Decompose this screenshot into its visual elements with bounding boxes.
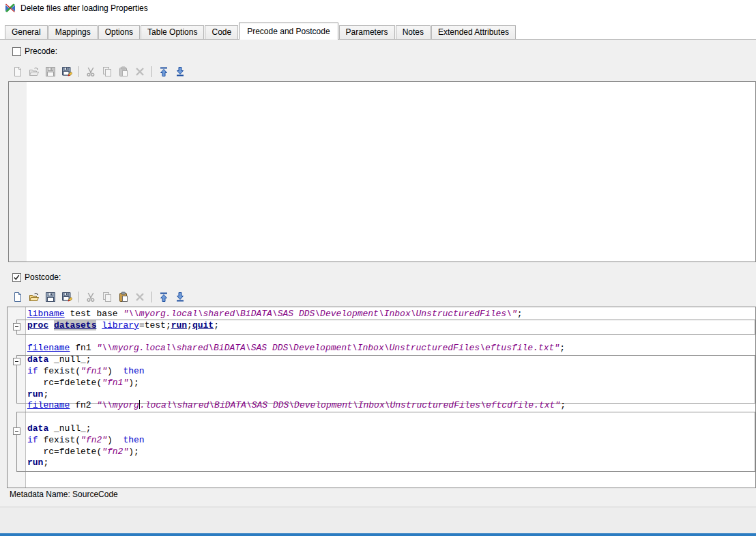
save-icon[interactable]	[44, 291, 57, 303]
cut-icon[interactable]	[85, 291, 97, 303]
tab-extended-attributes[interactable]: Extended Attributes	[431, 25, 516, 39]
tab-notes[interactable]: Notes	[396, 25, 431, 39]
paste-icon[interactable]	[117, 66, 130, 78]
code-line[interactable]: run;	[27, 457, 755, 469]
metadata-name-status: Metadata Name: SourceCode	[10, 490, 118, 499]
postcode-editor-gutter	[8, 307, 26, 488]
code-line[interactable]	[27, 332, 755, 343]
fold-toggle-icon[interactable]	[13, 427, 20, 435]
tab-strip: GeneralMappingsOptionsTable OptionsCodeP…	[5, 23, 517, 40]
postcode-editor[interactable]: libname test base "\\myorg.local\shared\…	[7, 307, 756, 488]
open-file-icon[interactable]	[28, 291, 40, 303]
tab-parameters[interactable]: Parameters	[339, 25, 395, 39]
tab-code[interactable]: Code	[205, 25, 238, 39]
window-titlebar: Delete files after loading Properties	[5, 3, 148, 14]
toolbar-separator	[78, 66, 79, 77]
postcode-label: Postcode:	[25, 272, 61, 282]
code-line[interactable]: rc=fdelete("fn1");	[27, 378, 755, 389]
code-line[interactable]	[27, 412, 755, 423]
fold-toggle-icon[interactable]	[13, 323, 20, 330]
open-file-icon[interactable]	[28, 66, 40, 78]
delete-icon[interactable]	[134, 66, 146, 78]
toolbar-separator	[78, 292, 79, 302]
code-line[interactable]: if fexist("fn2") then	[27, 435, 755, 447]
code-line[interactable]: run;	[27, 389, 755, 401]
precode-editor-gutter	[9, 82, 27, 262]
postcode-checkbox[interactable]	[12, 273, 21, 282]
window-bottom-border	[0, 533, 756, 536]
properties-window: { "window": { "title": "Delete files aft…	[0, 0, 756, 536]
toolbar-separator	[151, 66, 152, 77]
delete-icon[interactable]	[134, 291, 146, 303]
window-title: Delete files after loading Properties	[20, 3, 148, 13]
new-file-icon[interactable]	[12, 291, 24, 303]
precode-toolbar	[10, 64, 188, 79]
code-line[interactable]: data _null_;	[27, 354, 755, 366]
tab-options[interactable]: Options	[98, 25, 140, 39]
transformation-icon	[5, 3, 16, 14]
move-down-icon[interactable]	[174, 66, 186, 78]
fold-toggle-icon[interactable]	[13, 358, 20, 365]
precode-checkbox[interactable]	[12, 47, 21, 56]
new-file-icon[interactable]	[12, 66, 24, 78]
code-line[interactable]: filename fn1 "\\myorg.local\shared\BiDAT…	[27, 343, 755, 354]
tab-mappings[interactable]: Mappings	[48, 25, 98, 39]
postcode-checkbox-row: Postcode:	[12, 272, 61, 282]
tab-table-options[interactable]: Table Options	[141, 25, 204, 39]
paste-icon[interactable]	[117, 291, 130, 303]
move-down-icon[interactable]	[174, 291, 186, 303]
save-icon[interactable]	[44, 66, 57, 78]
save-as-icon[interactable]	[61, 291, 73, 303]
save-as-icon[interactable]	[61, 66, 73, 78]
precode-label: Precode:	[25, 46, 57, 56]
code-line[interactable]: data _null_;	[27, 423, 755, 435]
postcode-toolbar	[10, 290, 188, 305]
tab-precode-and-postcode[interactable]: Precode and Postcode	[239, 23, 338, 40]
code-line[interactable]: if fexist("fn1") then	[27, 366, 755, 378]
tab-content-panel: Precode: Postcode: libname test base "\\…	[0, 39, 756, 507]
copy-icon[interactable]	[101, 291, 113, 303]
copy-icon[interactable]	[101, 66, 113, 78]
code-line[interactable]: libname test base "\\myorg.local\shared\…	[27, 309, 755, 320]
code-line[interactable]: filename fn2 "\\myorg.local\shared\BiDAT…	[27, 400, 755, 412]
precode-editor[interactable]	[8, 81, 756, 262]
code-line[interactable]: proc datasets library=test;run;quit;	[27, 320, 755, 332]
precode-checkbox-row: Precode:	[12, 46, 57, 56]
cut-icon[interactable]	[85, 66, 97, 78]
window-bottom-margin	[0, 507, 756, 533]
postcode-code-text: libname test base "\\myorg.local\shared\…	[27, 309, 755, 469]
move-up-icon[interactable]	[158, 66, 170, 78]
toolbar-separator	[151, 292, 152, 302]
code-line[interactable]: rc=fdelete("fn2");	[27, 447, 755, 458]
move-up-icon[interactable]	[158, 291, 170, 303]
tab-general[interactable]: General	[5, 25, 48, 39]
